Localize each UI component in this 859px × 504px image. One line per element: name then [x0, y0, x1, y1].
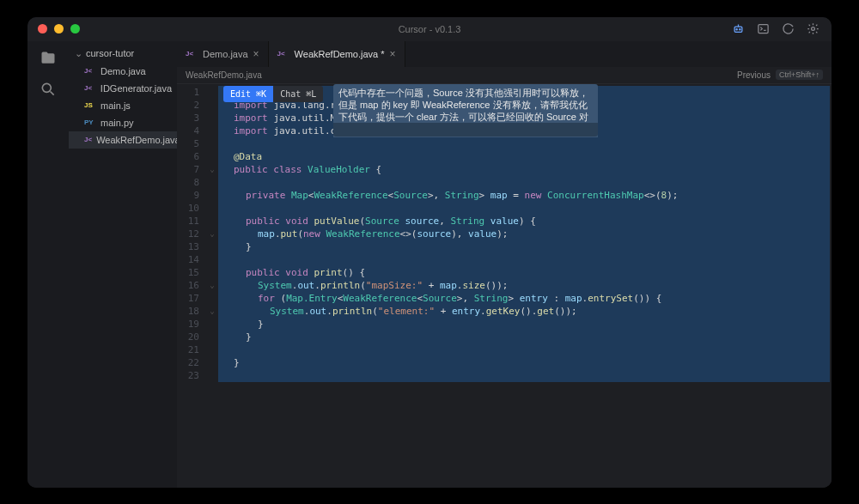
shortcut-badge: Ctrl+Shift+↑: [776, 70, 823, 80]
window-title: Cursor - v0.1.3: [399, 24, 461, 34]
fold-gutter[interactable]: ⌄⌄⌄⌄: [206, 84, 218, 488]
code-line[interactable]: }: [218, 356, 832, 369]
line-gutter: 1234567891011121314151617181920212223: [177, 84, 206, 488]
code-line[interactable]: private Map<WeakReference<Source>, Strin…: [218, 189, 832, 202]
tab-label: WeakRefDemo.java *: [295, 49, 385, 59]
code-line[interactable]: [218, 253, 832, 266]
code-line[interactable]: map.put(new WeakReference<>(source), val…: [218, 228, 832, 240]
code-line[interactable]: System.out.println("mapSize:" + map.size…: [218, 279, 832, 292]
sidebar: ⌄ cursor-tutor J<Demo.javaJ<IDGenerator.…: [69, 41, 177, 488]
refresh-icon[interactable]: [782, 22, 795, 35]
code-line[interactable]: }: [218, 331, 832, 343]
code-area[interactable]: Edit ⌘K Chat ⌘L 代码中存在一个问题，Source 没有其他强引用…: [218, 84, 832, 488]
code-line[interactable]: for (Map.Entry<WeakReference<Source>, St…: [218, 292, 832, 305]
editor[interactable]: 1234567891011121314151617181920212223 ⌄⌄…: [177, 84, 832, 488]
app-body: ⌄ cursor-tutor J<Demo.javaJ<IDGenerator.…: [27, 41, 832, 488]
inline-chat-widget: Edit ⌘K Chat ⌘L: [223, 86, 323, 102]
file-label: main.py: [101, 116, 134, 130]
file-type-icon: J<: [277, 50, 289, 58]
file-type-icon: J<: [84, 133, 92, 147]
file-type-icon: J<: [84, 64, 96, 78]
file-label: WeakRefDemo.java: [96, 133, 180, 147]
chat-input[interactable]: [333, 123, 598, 137]
close-icon[interactable]: ×: [253, 48, 259, 60]
folder-name: cursor-tutor: [86, 48, 134, 58]
code-line[interactable]: public void print() {: [218, 266, 832, 279]
window-maximize-button[interactable]: [70, 24, 80, 33]
file-type-icon: J<: [186, 50, 198, 58]
chat-button[interactable]: Chat ⌘L: [273, 86, 323, 102]
window-close-button[interactable]: [38, 24, 47, 33]
code-line[interactable]: public void putValue(Source source, Stri…: [218, 215, 832, 228]
activitybar: [27, 41, 69, 488]
code-line[interactable]: [218, 343, 832, 356]
settings-icon[interactable]: [807, 22, 819, 35]
window-minimize-button[interactable]: [54, 24, 64, 33]
code-line[interactable]: System.out.println("element:" + entry.ge…: [218, 305, 832, 318]
editor-main: J<Demo.java×J<WeakRefDemo.java *× WeakRe…: [177, 41, 832, 488]
titlebar-actions: [732, 22, 832, 35]
code-line[interactable]: }: [218, 240, 832, 253]
sidebar-file-IDGenerator-java[interactable]: J<IDGenerator.java: [69, 80, 177, 97]
chevron-down-icon: ⌄: [74, 48, 82, 59]
svg-rect-4: [758, 25, 768, 33]
terminal-icon[interactable]: [757, 22, 770, 35]
app-window: Cursor - v0.1.3 ⌄ cursor-tutor J<Demo.ja…: [27, 17, 832, 488]
file-type-icon: JS: [84, 99, 96, 112]
sidebar-file-WeakRefDemo-java[interactable]: J<WeakRefDemo.java: [69, 131, 177, 149]
search-icon[interactable]: [40, 81, 57, 98]
files-icon[interactable]: [40, 50, 57, 67]
folder-header[interactable]: ⌄ cursor-tutor: [69, 46, 177, 63]
sidebar-file-main-js[interactable]: JSmain.js: [69, 97, 177, 114]
traffic-lights: [27, 24, 80, 33]
svg-point-2: [740, 29, 740, 30]
sidebar-file-Demo-java[interactable]: J<Demo.java: [69, 63, 177, 80]
breadcrumb-bar: WeakRefDemo.java Previous Ctrl+Shift+↑: [177, 67, 832, 84]
code-line[interactable]: [218, 369, 832, 382]
code-line[interactable]: [218, 137, 832, 150]
file-label: Demo.java: [101, 64, 146, 78]
svg-point-1: [736, 29, 737, 30]
tab-label: Demo.java: [203, 49, 248, 59]
code-line[interactable]: public class ValueHolder {: [218, 163, 832, 176]
breadcrumb[interactable]: WeakRefDemo.java: [186, 70, 262, 80]
robot-icon[interactable]: [732, 22, 745, 35]
code-line[interactable]: [218, 176, 832, 189]
svg-line-7: [51, 91, 54, 94]
file-type-icon: J<: [84, 82, 96, 95]
tab-WeakRefDemojava[interactable]: J<WeakRefDemo.java *×: [269, 41, 405, 67]
code-line[interactable]: @Data: [218, 150, 832, 163]
titlebar: Cursor - v0.1.3: [27, 17, 832, 41]
code-line[interactable]: [218, 202, 832, 215]
file-type-icon: PY: [84, 116, 96, 130]
close-icon[interactable]: ×: [390, 48, 396, 60]
previous-label[interactable]: Previous: [737, 70, 771, 80]
svg-point-5: [812, 27, 815, 31]
file-label: IDGenerator.java: [101, 82, 172, 95]
sidebar-file-main-py[interactable]: PYmain.py: [69, 114, 177, 131]
code-line[interactable]: }: [218, 318, 832, 331]
file-label: main.js: [101, 99, 131, 112]
tab-Demojava[interactable]: J<Demo.java×: [177, 41, 269, 67]
tab-bar: J<Demo.java×J<WeakRefDemo.java *×: [177, 41, 832, 67]
edit-button[interactable]: Edit ⌘K: [223, 86, 273, 102]
svg-point-6: [42, 83, 51, 92]
